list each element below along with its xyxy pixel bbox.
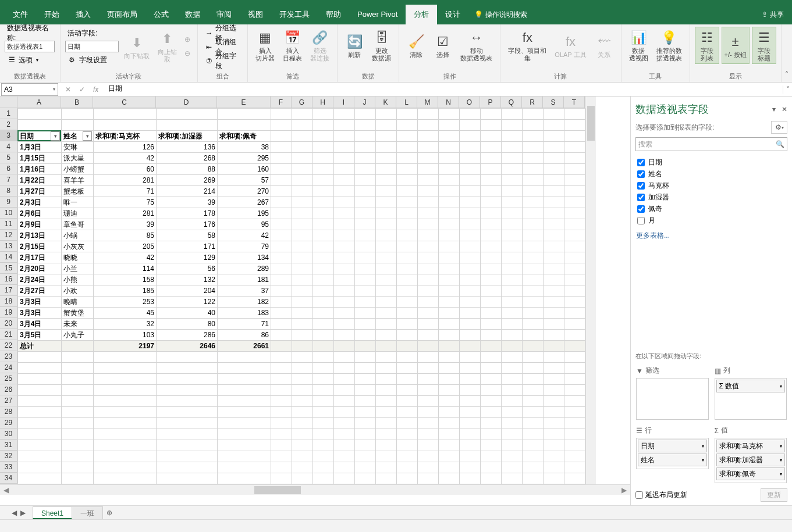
cell[interactable] — [564, 274, 585, 285]
cell[interactable] — [564, 241, 585, 252]
cell[interactable]: 204 — [157, 285, 218, 297]
cell[interactable] — [523, 440, 544, 451]
cell[interactable]: 小兰 — [62, 263, 94, 274]
cell[interactable] — [481, 208, 502, 219]
cell[interactable] — [376, 109, 397, 120]
cell[interactable] — [523, 396, 544, 407]
cell[interactable] — [94, 429, 157, 440]
cell[interactable] — [271, 396, 292, 407]
pane-close-button[interactable]: ✕ — [782, 105, 787, 113]
pane-layout-button[interactable]: ⚙▾ — [771, 121, 787, 134]
cell[interactable] — [481, 319, 502, 330]
cell[interactable] — [292, 319, 313, 330]
cell[interactable] — [292, 131, 313, 142]
cell[interactable]: 派大星 — [62, 153, 94, 164]
cell[interactable] — [355, 451, 376, 462]
cell[interactable] — [418, 341, 439, 352]
cell[interactable] — [502, 109, 523, 120]
cell[interactable] — [418, 252, 439, 263]
cell[interactable] — [460, 308, 481, 319]
cell[interactable] — [18, 462, 62, 473]
cell[interactable] — [313, 153, 334, 164]
cell[interactable] — [271, 341, 292, 352]
insert-slicer-button[interactable]: ▦插入 切片器 — [253, 27, 278, 64]
cell[interactable] — [62, 385, 94, 396]
row-header[interactable]: 8 — [0, 185, 17, 197]
cell[interactable] — [376, 407, 397, 418]
cell[interactable] — [18, 120, 62, 131]
cell[interactable]: 79 — [218, 241, 271, 252]
field-checkbox-peppa[interactable] — [637, 205, 645, 213]
cell[interactable]: 71 — [94, 186, 157, 197]
fx-icon[interactable]: fx — [93, 85, 98, 94]
cell[interactable] — [271, 153, 292, 164]
cell[interactable] — [481, 142, 502, 153]
cell[interactable]: 270 — [218, 186, 271, 197]
cell[interactable] — [502, 462, 523, 473]
cell[interactable] — [460, 330, 481, 341]
tab-powerpivot[interactable]: Power Pivot — [349, 5, 406, 24]
cell[interactable] — [418, 451, 439, 462]
cell[interactable]: 181 — [218, 274, 271, 285]
cell[interactable] — [334, 263, 355, 274]
cell[interactable] — [460, 252, 481, 263]
cell[interactable] — [439, 186, 460, 197]
cell[interactable]: 134 — [218, 252, 271, 263]
cell[interactable] — [355, 274, 376, 285]
row-header[interactable]: 23 — [0, 351, 17, 362]
cell[interactable] — [502, 407, 523, 418]
cell[interactable] — [355, 429, 376, 440]
cell[interactable]: 2月6日 — [18, 208, 62, 219]
column-header[interactable]: N — [438, 97, 459, 108]
cell[interactable] — [271, 208, 292, 219]
row-header[interactable]: 31 — [0, 440, 17, 451]
cell[interactable] — [502, 374, 523, 385]
cell[interactable] — [523, 175, 544, 186]
cell[interactable] — [460, 208, 481, 219]
cell[interactable] — [334, 440, 355, 451]
cell[interactable] — [218, 120, 271, 131]
cell[interactable] — [544, 186, 564, 197]
cell[interactable] — [271, 319, 292, 330]
cell[interactable] — [334, 109, 355, 120]
cell[interactable] — [355, 252, 376, 263]
cell[interactable]: 86 — [218, 330, 271, 341]
cell[interactable] — [502, 208, 523, 219]
cell[interactable] — [397, 352, 418, 363]
tab-analyze[interactable]: 分析 — [406, 5, 437, 24]
cell[interactable] — [481, 330, 502, 341]
cell[interactable] — [564, 297, 585, 308]
cell[interactable] — [481, 473, 502, 484]
cell[interactable] — [292, 429, 313, 440]
collapse-ribbon-button[interactable]: ˄ — [782, 24, 792, 82]
cell[interactable] — [544, 407, 564, 418]
cell[interactable] — [18, 352, 62, 363]
column-header[interactable]: M — [417, 97, 438, 108]
row-header[interactable]: 18 — [0, 296, 17, 307]
group-field-button[interactable]: ⑦分组字段 — [203, 55, 243, 67]
cell[interactable]: 2月3日 — [18, 197, 62, 208]
cell[interactable] — [218, 396, 271, 407]
cell[interactable] — [18, 385, 62, 396]
cell[interactable] — [313, 164, 334, 175]
cell[interactable] — [397, 219, 418, 230]
cell[interactable]: 182 — [218, 297, 271, 308]
cell[interactable] — [502, 396, 523, 407]
cell[interactable] — [397, 330, 418, 341]
cell[interactable] — [481, 186, 502, 197]
cell[interactable] — [18, 396, 62, 407]
cell[interactable] — [355, 385, 376, 396]
cell[interactable] — [313, 241, 334, 252]
cell[interactable] — [564, 153, 585, 164]
formula-input[interactable]: 日期 — [104, 83, 783, 96]
cell[interactable] — [544, 175, 564, 186]
cell[interactable]: 2月17日 — [18, 252, 62, 263]
cell[interactable] — [376, 341, 397, 352]
cell[interactable] — [62, 418, 94, 429]
cell[interactable] — [564, 197, 585, 208]
cell[interactable] — [523, 451, 544, 462]
cell[interactable] — [481, 252, 502, 263]
cell[interactable] — [564, 142, 585, 153]
cell[interactable] — [313, 385, 334, 396]
field-search-input[interactable]: 搜索 🔍 — [635, 137, 787, 151]
